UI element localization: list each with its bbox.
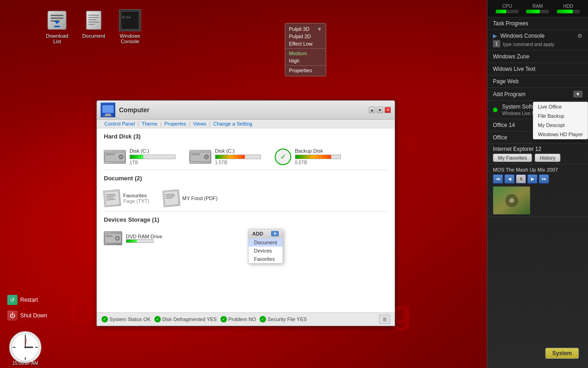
device-dvd-bar: [126, 239, 153, 243]
status-defrag: ✓ Disk Defragmented YES: [154, 316, 217, 322]
toolbar-propertes[interactable]: Propertes: [162, 121, 189, 126]
effect-effect-low[interactable]: Effect Low: [285, 40, 326, 47]
effect-high[interactable]: High: [285, 57, 326, 64]
add-item-devices[interactable]: Devices: [249, 247, 283, 255]
shutdown-label: Shut Down: [20, 312, 47, 319]
effect-properties[interactable]: Properties: [285, 67, 326, 74]
console-config-icon[interactable]: ⚙: [577, 33, 582, 39]
disk-c2-size: 1.5TB: [215, 160, 261, 165]
add-dropdown-items: Document Devices Favorites: [249, 238, 283, 263]
ie-history-button[interactable]: History: [535, 154, 560, 162]
download-list-label: Download List: [46, 33, 68, 44]
add-dropdown-label: ADD: [252, 231, 263, 236]
music-thumbnail: [493, 186, 530, 214]
music-next-button[interactable]: ▶: [527, 174, 537, 184]
svg-rect-30: [106, 153, 115, 155]
add-prog-file-backup[interactable]: File Backup: [533, 111, 588, 121]
effect-menu-arrow[interactable]: ▼: [317, 26, 322, 32]
status-list-button[interactable]: ☰: [379, 315, 390, 324]
svg-rect-10: [88, 22, 99, 23]
window-close-button[interactable]: ✕: [384, 107, 391, 113]
music-next-next-button[interactable]: ⏭: [539, 174, 549, 184]
window-title-text: Computer: [119, 106, 149, 114]
doc-item-favourites: Favourites Page (TXT): [104, 190, 149, 207]
toolbar-control-panel[interactable]: Control Panel: [102, 121, 138, 126]
music-controls: ⏮ ◀ ⏸ ▶ ⏭: [493, 174, 582, 184]
window-minimize-button[interactable]: ▲: [369, 107, 375, 113]
ie-section: Internet Explorer 12 My Favorites Histor…: [487, 144, 588, 164]
window-controls: ▲ ▼ ✕: [369, 107, 391, 113]
music-pause-button[interactable]: ⏸: [516, 174, 526, 184]
window-content: Hard Disk (3) Disk (C:): [97, 128, 395, 312]
icon-document[interactable]: Document: [82, 9, 105, 44]
add-program-label: Add Program: [493, 91, 526, 98]
status-problem-label: Problem NO: [228, 316, 256, 322]
ie-my-favorites-button[interactable]: My Favorites: [493, 154, 532, 162]
effect-context-menu: Pulpit 3D ▼ Pulpid 2D Effect Low Medium …: [285, 23, 326, 76]
backup-disk-info: Backup Disk 0.5TB: [295, 148, 341, 165]
doc-favourites-name: Favourites: [123, 193, 149, 198]
backup-disk-icon: ✓: [275, 149, 291, 165]
svg-rect-11: [88, 24, 95, 25]
desktop: OSBeta.org OSBeta.org Download List: [0, 0, 588, 368]
add-item-document[interactable]: Document: [249, 238, 283, 247]
effect-menu-title: Pulpit 3D: [289, 26, 310, 32]
svg-point-36: [206, 156, 208, 158]
device-dvd-name: DVD RAM Drive: [126, 234, 162, 239]
svg-point-52: [509, 198, 514, 203]
hard-disk-section-header: Hard Disk (3): [104, 133, 388, 140]
clock-time: 15:00:37 AM: [12, 361, 38, 366]
svg-rect-26: [102, 105, 113, 113]
effect-pulpid-2d[interactable]: Pulpid 2D: [285, 33, 326, 40]
add-program-arrow[interactable]: ▼: [573, 91, 582, 98]
panel-windows-zune[interactable]: Windows Zune: [487, 51, 588, 63]
panel-page-web[interactable]: Page Web: [487, 75, 588, 88]
panel-widows-live-text[interactable]: Widows Live Text: [487, 63, 588, 75]
add-prog-my-descopt[interactable]: My Descopt: [533, 121, 588, 130]
icon-download-list[interactable]: Download List: [46, 9, 68, 44]
svg-rect-1: [51, 15, 63, 16]
panel-zune-label: Windows Zune: [493, 53, 582, 60]
shutdown-button[interactable]: ⏻ Shut Down: [5, 309, 50, 322]
toolbar-views[interactable]: Views: [190, 121, 209, 126]
disk-c2-bar: [215, 155, 261, 159]
music-prev-prev-button[interactable]: ⏮: [493, 174, 503, 184]
add-prog-live-office[interactable]: Live Office: [533, 102, 588, 111]
system-button[interactable]: System: [545, 348, 579, 359]
add-program-dropdown: Live Office File Backup My Descopt Windo…: [533, 102, 588, 139]
add-prog-windows-hd-player[interactable]: Windows HD Player: [533, 130, 588, 139]
disk-c2-name: Disk (C:): [215, 148, 261, 154]
panel-task-progress[interactable]: Task Progrees: [487, 17, 588, 30]
svg-point-32: [120, 156, 122, 158]
svg-rect-34: [192, 153, 200, 155]
status-defrag-label: Disk Defragmented YES: [162, 316, 217, 322]
window-maximize-button[interactable]: ▼: [377, 107, 383, 113]
svg-rect-9: [88, 19, 96, 20]
device-container: DVD RAM Drive: [104, 227, 388, 250]
ie-buttons: My Favorites History: [493, 154, 582, 162]
right-panel: CPU RAM HDD Task Progrees: [487, 0, 588, 368]
restart-button[interactable]: ↺ Restart: [5, 293, 50, 306]
status-security-label: Security File YES: [267, 316, 306, 322]
status-security-check-icon: ✓: [260, 316, 266, 322]
add-dropdown-arrow[interactable]: ▼: [271, 231, 279, 236]
document-section-header: Document (2): [104, 175, 388, 182]
svg-text:C:\>: C:\>: [123, 15, 131, 19]
backup-disk-bar: [295, 155, 341, 159]
add-item-favorites[interactable]: Favorites: [249, 255, 283, 263]
toolbar-theme[interactable]: Theme: [139, 121, 160, 126]
svg-rect-2: [51, 17, 63, 19]
icon-windows-console[interactable]: C:\> _ Windows Console: [119, 9, 141, 44]
metric-cpu-label: CPU: [503, 4, 512, 9]
toolbar-change-setting[interactable]: Change a Setting: [210, 121, 255, 126]
add-program-row: Add Program ▼ Live Office File Backup My…: [487, 88, 588, 101]
disk-c2-icon: [189, 150, 211, 164]
effect-medium[interactable]: Medium: [285, 50, 326, 57]
panel-windows-console[interactable]: ▶ Windows Console ⚙ 1 type command and a…: [487, 30, 588, 51]
music-prev-button[interactable]: ◀: [504, 174, 514, 184]
disk-c1-name: Disk (C:): [130, 148, 175, 154]
status-problem-check-icon: ✓: [220, 316, 227, 322]
metric-ram-fill: [526, 10, 540, 13]
svg-point-49: [117, 237, 119, 239]
doc-favourites-icon: [103, 189, 121, 207]
